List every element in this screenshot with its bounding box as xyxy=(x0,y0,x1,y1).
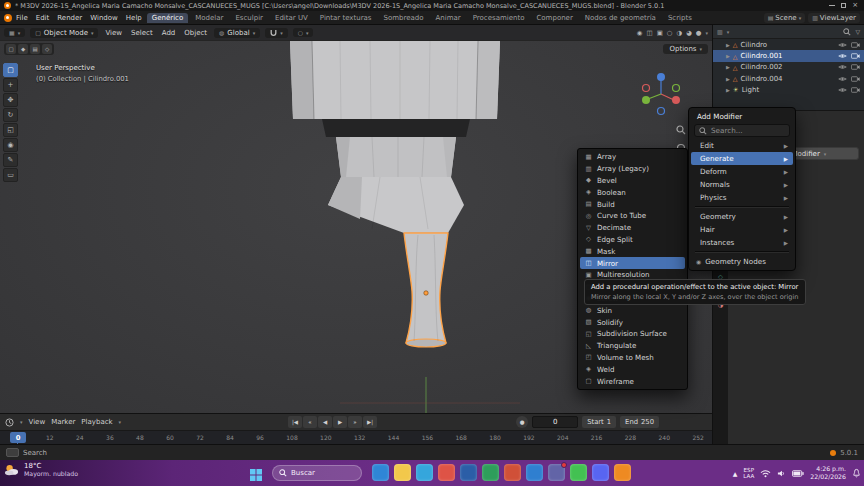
hide-eye-icon[interactable] xyxy=(838,87,847,93)
proportional-editing-toggle[interactable]: ○ ▾ xyxy=(293,28,314,37)
modifier-item-bevel[interactable]: ◆Bevel xyxy=(580,175,685,187)
maximize-button[interactable] xyxy=(841,3,846,8)
search-icon[interactable] xyxy=(843,28,851,36)
overlays-icon[interactable]: ◫ xyxy=(646,29,652,37)
outliner-item-light[interactable]: ▶ ☀ Light xyxy=(713,85,864,96)
outliner-item-cilindro[interactable]: ▶ △ Cilindro xyxy=(713,39,864,50)
tray-expand-icon[interactable]: ▲ xyxy=(733,470,738,477)
annotate-tool[interactable]: ✎ xyxy=(3,153,18,167)
workspace-tab-nodos-geometria[interactable]: Nodos de geometría xyxy=(580,13,661,23)
outliner-editor-icon[interactable]: ▥ xyxy=(717,28,723,35)
menu-object[interactable]: Object xyxy=(182,29,209,37)
modifier-category-instances[interactable]: Instances▶ xyxy=(691,236,793,249)
mode-selector[interactable]: ▢ Object Mode ▾ xyxy=(30,28,98,38)
jump-to-start-button[interactable]: |◀ xyxy=(288,416,302,428)
disable-render-camera-icon[interactable] xyxy=(851,87,860,93)
weather-widget[interactable]: 18°C Mayorm. nublado xyxy=(4,462,78,477)
modifier-category-physics[interactable]: Physics▶ xyxy=(691,191,793,204)
snap-toggle[interactable]: ▾ xyxy=(265,28,288,38)
frame-end-field[interactable]: End 250 xyxy=(620,416,659,428)
disable-render-camera-icon[interactable] xyxy=(851,76,860,82)
previous-keyframe-button[interactable]: « xyxy=(303,416,317,428)
volume-icon[interactable] xyxy=(777,469,786,478)
minimize-button[interactable] xyxy=(829,5,835,6)
frame-start-field[interactable]: Start 1 xyxy=(582,416,616,428)
viewlayer-selector[interactable]: ▥ ViewLayer xyxy=(808,13,860,23)
play-reverse-button[interactable]: ◀ xyxy=(318,416,332,428)
timeline-menu-view[interactable]: View xyxy=(29,418,46,426)
menu-select[interactable]: Select xyxy=(129,29,155,37)
notification-bell-icon[interactable] xyxy=(852,468,861,478)
clock-widget[interactable]: 4:26 p.m. 22/02/2026 xyxy=(810,465,846,481)
modifier-search-field[interactable]: Search... xyxy=(694,124,790,137)
modifier-item-volume-to-mesh[interactable]: ◰Volume to Mesh xyxy=(580,352,685,364)
outliner-item-cilindro-001[interactable]: ▶ △ Cilindro.001 xyxy=(713,50,864,61)
expand-icon[interactable]: ▶ xyxy=(726,53,730,59)
chrome-icon[interactable] xyxy=(438,464,455,481)
workspace-tab-procesamiento[interactable]: Procesamiento xyxy=(468,13,530,23)
hide-eye-icon[interactable] xyxy=(838,53,847,59)
onedrive-icon[interactable] xyxy=(372,464,389,481)
tool-option-icon[interactable]: ▤ xyxy=(30,44,40,54)
outliner-item-cilindro-002[interactable]: ▶ △ Cilindro.002 xyxy=(713,62,864,73)
show-gizmo-icon[interactable]: ◉ xyxy=(637,29,643,37)
tool-option-icon[interactable]: ◆ xyxy=(18,44,28,54)
word-icon[interactable] xyxy=(460,464,477,481)
workspace-tab-editar-uv[interactable]: Editar UV xyxy=(270,13,313,23)
workspace-tab-esculpir[interactable]: Esculpir xyxy=(230,13,268,23)
menu-edit[interactable]: Edit xyxy=(32,14,54,22)
modifier-category-hair[interactable]: Hair▶ xyxy=(691,223,793,236)
menu-window[interactable]: Window xyxy=(86,14,122,22)
timeline-menu-playback[interactable]: Playback xyxy=(81,418,112,426)
expand-icon[interactable]: ▶ xyxy=(726,87,730,93)
menu-render[interactable]: Render xyxy=(53,14,86,22)
playhead[interactable]: 0 xyxy=(10,432,26,443)
modifier-item-geometry-nodes[interactable]: ◉ Geometry Nodes xyxy=(691,255,793,268)
next-keyframe-button[interactable]: » xyxy=(348,416,362,428)
modifier-item-subdivision-surface[interactable]: ◱Subdivision Surface xyxy=(580,328,685,340)
blender-app-icon[interactable] xyxy=(614,464,631,481)
modifier-item-solidify[interactable]: ▧Solidify xyxy=(580,316,685,328)
modifier-category-deform[interactable]: Deform▶ xyxy=(691,165,793,178)
xray-toggle-icon[interactable]: ▣ xyxy=(657,29,663,37)
disable-render-camera-icon[interactable] xyxy=(851,64,860,70)
menu-help[interactable]: Help xyxy=(122,14,146,22)
menu-view[interactable]: View xyxy=(103,29,124,37)
auto-keying-record-icon[interactable]: ● xyxy=(516,416,528,428)
modifier-item-array-legacy[interactable]: ▥Array (Legacy) xyxy=(580,163,685,175)
whatsapp-icon[interactable] xyxy=(570,464,587,481)
excel-icon[interactable] xyxy=(482,464,499,481)
workspace-tab-animar[interactable]: Animar xyxy=(431,13,466,23)
modifier-item-build[interactable]: ▤Build xyxy=(580,198,685,210)
scene-selector[interactable]: ▤ Scene ▾ xyxy=(764,13,806,23)
disable-render-camera-icon[interactable] xyxy=(851,42,860,48)
language-switcher[interactable]: ESP LAA xyxy=(743,467,754,480)
current-frame-field[interactable]: 0 xyxy=(532,416,578,428)
shading-material-icon[interactable]: ◕ xyxy=(686,29,692,37)
active-tool-icon[interactable]: ▢ xyxy=(6,44,16,54)
wifi-icon[interactable] xyxy=(760,469,771,478)
measure-tool[interactable]: ▭ xyxy=(3,168,18,182)
blender-menu-icon[interactable] xyxy=(4,14,12,22)
powerpoint-icon[interactable] xyxy=(504,464,521,481)
modifier-item-wireframe[interactable]: ▢Wireframe xyxy=(580,375,685,387)
jump-to-end-button[interactable]: ▶| xyxy=(363,416,377,428)
timeline-ruler[interactable]: 1224364860728496108120132144156168180192… xyxy=(0,430,712,444)
modifier-item-mask[interactable]: ▩Mask xyxy=(580,245,685,257)
expand-icon[interactable]: ▶ xyxy=(726,64,730,70)
disable-render-camera-icon[interactable] xyxy=(851,53,860,59)
modifier-item-boolean[interactable]: ◈Boolean xyxy=(580,186,685,198)
shading-rendered-icon[interactable]: ● xyxy=(696,29,702,37)
transform-tool[interactable]: ◉ xyxy=(3,138,18,152)
navigation-gizmo[interactable] xyxy=(636,69,686,119)
hide-eye-icon[interactable] xyxy=(838,64,847,70)
modifier-category-edit[interactable]: Edit▶ xyxy=(691,139,793,152)
hide-eye-icon[interactable] xyxy=(838,42,847,48)
modifier-item-curve-to-tube[interactable]: ◎Curve to Tube xyxy=(580,210,685,222)
modifier-category-generate[interactable]: Generate▶ xyxy=(691,152,793,165)
zoom-icon[interactable] xyxy=(676,125,686,135)
close-button[interactable]: × xyxy=(852,2,858,9)
workspace-tab-componer[interactable]: Componer xyxy=(531,13,577,23)
options-dropdown[interactable]: Options ▾ xyxy=(663,44,708,54)
menu-file[interactable]: File xyxy=(12,14,32,22)
